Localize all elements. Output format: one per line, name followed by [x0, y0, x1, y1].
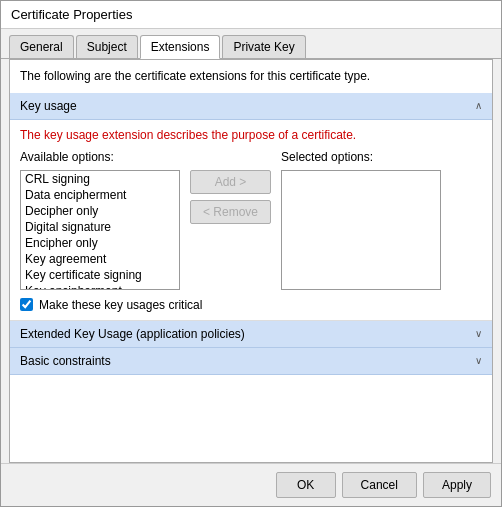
section-key-usage-title: Key usage — [20, 99, 77, 113]
selected-panel: Selected options: — [281, 150, 441, 290]
section-key-usage: Key usage ∧ The key usage extension desc… — [10, 93, 492, 321]
section-basic-constraints: Basic constraints ∨ — [10, 348, 492, 375]
section-key-usage-header[interactable]: Key usage ∧ — [10, 93, 492, 120]
available-panel: Available options: CRL signing Data enci… — [20, 150, 180, 290]
certificate-properties-window: Certificate Properties General Subject E… — [0, 0, 502, 507]
description-text: The following are the certificate extens… — [10, 60, 492, 93]
list-item[interactable]: Encipher only — [21, 235, 179, 251]
list-item[interactable]: CRL signing — [21, 171, 179, 187]
section-basic-constraints-title: Basic constraints — [20, 354, 111, 368]
critical-checkbox[interactable] — [20, 298, 33, 311]
chevron-down-icon: ∨ — [475, 355, 482, 366]
list-item[interactable]: Digital signature — [21, 219, 179, 235]
available-listbox[interactable]: CRL signing Data encipherment Decipher o… — [20, 170, 180, 290]
section-extended-key-usage: Extended Key Usage (application policies… — [10, 321, 492, 348]
footer: OK Cancel Apply — [1, 463, 501, 506]
list-item[interactable]: Decipher only — [21, 203, 179, 219]
title-bar: Certificate Properties — [1, 1, 501, 29]
critical-checkbox-label: Make these key usages critical — [39, 298, 202, 312]
window-title: Certificate Properties — [11, 7, 132, 22]
options-area: Available options: CRL signing Data enci… — [20, 150, 482, 290]
chevron-down-icon: ∨ — [475, 328, 482, 339]
selected-label: Selected options: — [281, 150, 441, 164]
list-item[interactable]: Key agreement — [21, 251, 179, 267]
content-area: The following are the certificate extens… — [9, 59, 493, 463]
add-button[interactable]: Add > — [190, 170, 271, 194]
remove-button[interactable]: < Remove — [190, 200, 271, 224]
tab-extensions[interactable]: Extensions — [140, 35, 221, 59]
ok-button[interactable]: OK — [276, 472, 336, 498]
cancel-button[interactable]: Cancel — [342, 472, 417, 498]
tab-private-key[interactable]: Private Key — [222, 35, 305, 58]
tab-bar: General Subject Extensions Private Key — [1, 29, 501, 59]
section-extended-key-usage-header[interactable]: Extended Key Usage (application policies… — [10, 321, 492, 348]
section-key-usage-body: The key usage extension describes the pu… — [10, 120, 492, 321]
list-item[interactable]: Key certificate signing — [21, 267, 179, 283]
tab-subject[interactable]: Subject — [76, 35, 138, 58]
critical-checkbox-row: Make these key usages critical — [20, 298, 482, 312]
tab-general[interactable]: General — [9, 35, 74, 58]
selected-listbox[interactable] — [281, 170, 441, 290]
available-label: Available options: — [20, 150, 180, 164]
scroll-area[interactable]: Key usage ∧ The key usage extension desc… — [10, 93, 492, 462]
apply-button[interactable]: Apply — [423, 472, 491, 498]
list-item[interactable]: Key encipherment — [21, 283, 179, 290]
add-remove-buttons: Add > < Remove — [190, 150, 271, 224]
chevron-up-icon: ∧ — [475, 100, 482, 111]
section-basic-constraints-header[interactable]: Basic constraints ∨ — [10, 348, 492, 375]
list-item[interactable]: Data encipherment — [21, 187, 179, 203]
section-extended-key-usage-title: Extended Key Usage (application policies… — [20, 327, 245, 341]
key-usage-description: The key usage extension describes the pu… — [20, 128, 482, 142]
